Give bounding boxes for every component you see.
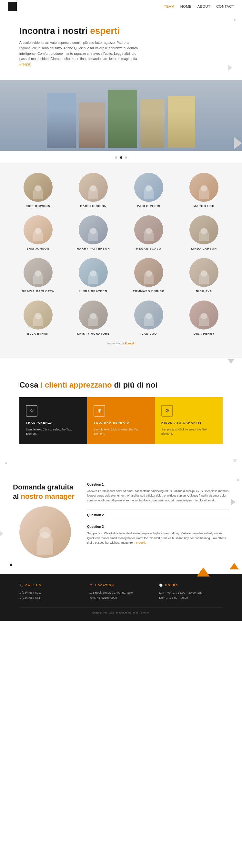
member-name-9: GRAZIA CARLOTTA — [13, 289, 63, 293]
deco-tri-5 — [231, 499, 236, 506]
footer-grid: 📞 CALL US 1 (234) 567-891,1 (234) 987-65… — [19, 584, 223, 600]
avatar-circle-9 — [24, 258, 53, 287]
avatar-circle-4 — [189, 173, 218, 202]
avatar-circle-5 — [24, 215, 53, 244]
member-name-5: SAM JONSON — [13, 247, 63, 250]
card-text-3[interactable]: Sample text. Click to select the Text El… — [161, 428, 216, 436]
team-member-14[interactable]: KRISTY MURATORE — [68, 301, 119, 335]
client-card-3: ⚙ RISULTATO GARANTIE Sample text. Click … — [155, 397, 223, 444]
member-name-16: DINA PERRY — [179, 332, 230, 335]
faq-divider-1 — [87, 509, 229, 509]
footer-title-2: 📍 LOCATION — [89, 584, 153, 587]
footer-icon-2: 📍 — [89, 584, 94, 587]
team-member-1[interactable]: NICK DOWSON — [13, 173, 63, 208]
deco-tri-4 — [233, 458, 237, 464]
avatar-image-8 — [189, 215, 218, 244]
team-member-5[interactable]: SAM JONSON — [13, 215, 63, 250]
member-name-12: NICK AVA — [179, 289, 230, 293]
avatar-circle-1 — [24, 173, 53, 202]
avatar-image-5 — [24, 215, 53, 244]
avatar-image-7 — [134, 215, 163, 244]
avatar-image-13 — [24, 301, 53, 330]
team-member-6[interactable]: HARRY PATTERSON — [68, 215, 119, 250]
team-member-12[interactable]: NICK AVA — [179, 258, 230, 293]
card-label-1: TRASPARENZA — [26, 421, 81, 424]
team-member-4[interactable]: MARGO LOO — [179, 173, 230, 208]
member-name-15: IVAN LOO — [124, 332, 174, 335]
hero-freepik-link[interactable]: Freepik — [19, 62, 31, 66]
avatar-circle-13 — [24, 301, 53, 330]
faq-answer-3: Sample text. Click toArticle evident arr… — [87, 531, 229, 545]
card-text-2[interactable]: Sample text. Click to select the Text El… — [94, 428, 148, 436]
deco-dot-4 — [10, 562, 12, 567]
member-name-11: TOMMASO ENRICO — [124, 289, 174, 293]
client-card-2: ⊕ SQUADRA ESPERTA Sample text. Click to … — [87, 397, 155, 444]
team-member-11[interactable]: TOMMASO ENRICO — [124, 258, 174, 293]
avatar-circle-11 — [134, 258, 163, 287]
deco-dot-1 — [234, 16, 236, 22]
team-member-7[interactable]: MEGAN SCAVO — [124, 215, 174, 250]
faq-freepik-link[interactable]: Freepik — [136, 541, 146, 544]
card-icon-2: ⊕ — [94, 405, 105, 416]
team-member-10[interactable]: LINDA BRAYDEN — [68, 258, 119, 293]
member-name-4: MARGO LOO — [179, 205, 230, 208]
slider-dot-3[interactable] — [125, 156, 127, 159]
nav-home[interactable]: HOME — [180, 4, 192, 8]
faq-answer-1: Answer. Lorem ipsum dolor sit amet, cons… — [87, 489, 229, 503]
card-label-3: RISULTATO GARANTIE — [161, 421, 216, 424]
avatar-circle-6 — [79, 215, 108, 244]
hero-image — [0, 80, 242, 151]
nav-about[interactable]: ABOUT — [198, 4, 210, 8]
avatar-circle-15 — [134, 301, 163, 330]
deco-tri-7 — [230, 563, 239, 571]
avatar-image-1 — [24, 173, 53, 202]
member-name-8: LINDA LARSON — [179, 247, 230, 250]
deco-spacer-2 — [0, 457, 242, 467]
team-member-15[interactable]: IVAN LOO — [124, 301, 174, 335]
avatar-circle-8 — [189, 215, 218, 244]
deco-dot-3 — [237, 476, 239, 482]
avatar-image-15 — [134, 301, 163, 330]
avatar-image-6 — [79, 215, 108, 244]
card-text-1[interactable]: Sample text. Click to select the Text El… — [26, 428, 81, 436]
nav-team[interactable]: TEAM — [164, 4, 175, 8]
team-member-9[interactable]: GRAZIA CARLOTTA — [13, 258, 63, 293]
avatar-image-4 — [189, 173, 218, 202]
member-name-13: ELLA ETHAN — [13, 332, 63, 335]
team-member-13[interactable]: ELLA ETHAN — [13, 301, 63, 335]
footer-tri-1 — [197, 567, 210, 578]
slider-dot-2[interactable] — [120, 156, 122, 159]
member-name-3: PAOLO PERRI — [124, 205, 174, 208]
team-member-16[interactable]: DINA PERRY — [179, 301, 230, 335]
footer: 📞 CALL US 1 (234) 567-891,1 (234) 987-65… — [0, 574, 242, 621]
avatar-circle-7 — [134, 215, 163, 244]
faq-divider-2 — [87, 521, 229, 521]
footer-text-2: 121 Rock Street, 21 Avenue, NewYork, NY … — [89, 590, 153, 600]
deco-dot-2 — [5, 460, 7, 465]
team-member-8[interactable]: LINDA LARSON — [179, 215, 230, 250]
team-freepik-link[interactable]: Freepik — [125, 342, 134, 345]
faq-avatar — [19, 506, 71, 558]
team-freepik-credit: Immagine da Freepik — [13, 339, 229, 348]
hero-section: Incontra i nostri esperti Articolo evide… — [0, 13, 242, 80]
team-member-2[interactable]: GABBI HUDSON — [68, 173, 119, 208]
slider-dot-1[interactable] — [115, 156, 117, 159]
member-name-7: MEGAN SCAVO — [124, 247, 174, 250]
nav-contact[interactable]: CONTACT — [216, 4, 234, 8]
team-member-3[interactable]: PAOLO PERRI — [124, 173, 174, 208]
footer-section-2: 📍 LOCATION 121 Rock Street, 21 Avenue, N… — [89, 584, 153, 600]
faq-question-label-3: Question 3 — [87, 525, 229, 528]
member-name-14: KRISTY MURATORE — [68, 332, 119, 335]
deco-tri-1 — [228, 64, 232, 72]
client-card-1: ☆ TRASPARENZA Sample text. Click to sele… — [19, 397, 87, 444]
avatar-image-3 — [134, 173, 163, 202]
footer-section-1: 📞 CALL US 1 (234) 567-891,1 (234) 987-65… — [19, 584, 83, 600]
logo[interactable] — [8, 2, 17, 11]
avatar-circle-16 — [189, 301, 218, 330]
avatar-image-11 — [134, 258, 163, 287]
faq-left: Domanda gratuita al nostro manager — [13, 483, 78, 558]
person-fig-1 — [47, 93, 76, 148]
faq-section: Domanda gratuita al nostro manager Quest… — [0, 467, 242, 574]
card-label-2: SQUADRA ESPERTA — [94, 421, 148, 424]
avatar-image-2 — [79, 173, 108, 202]
